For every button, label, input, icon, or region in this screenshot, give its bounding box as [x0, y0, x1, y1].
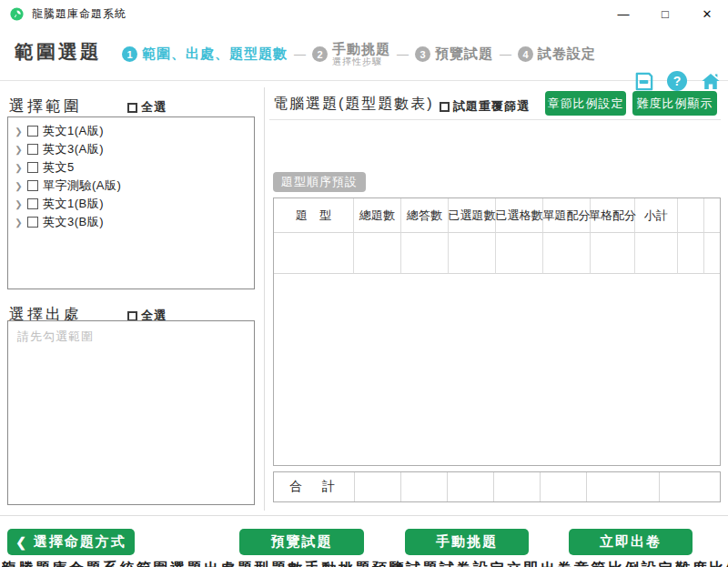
tree-item-checkbox[interactable]	[27, 126, 38, 137]
tree-item-label: 英文5	[43, 159, 75, 176]
question-type-table: 題 型 總題數 總答數 已選題數 已選格數 單題配分 單格配分 小計	[273, 197, 721, 466]
total-cell	[493, 472, 540, 501]
cell-subtotal[interactable]	[635, 233, 678, 274]
tree-item-label: 單字測驗(A版)	[43, 177, 121, 194]
range-section-title: 選擇範圍	[9, 96, 82, 116]
cell-selected-blanks[interactable]	[496, 233, 543, 274]
computer-pick-title: 電腦選題(題型題數表)	[273, 95, 434, 114]
tree-item-checkbox[interactable]	[27, 180, 38, 191]
titlebar: 龍騰題庫命題系統 — □ ✕	[0, 0, 728, 27]
step-1-label: 範圍、出處、題型題數	[142, 46, 288, 63]
col-header-selected-blanks: 已選格數	[496, 198, 543, 233]
window-title: 龍騰題庫命題系統	[32, 6, 126, 22]
step-1-range[interactable]: 1 範圍、出處、題型題數	[122, 46, 288, 63]
cell-points-per-question[interactable]	[543, 233, 591, 274]
col-header-points-per-question: 單題配分	[543, 198, 591, 233]
window-controls: — □ ✕	[602, 0, 728, 27]
back-to-mode-button[interactable]: ❮ 選擇命題方式	[7, 529, 135, 555]
save-icon	[633, 71, 654, 92]
step-2-sublabel: 選擇性步驟	[332, 56, 390, 67]
total-cell	[354, 472, 400, 501]
cell-total-answers[interactable]	[401, 233, 449, 274]
duplicate-filter[interactable]: 試題重覆篩選	[440, 98, 530, 115]
step-3-label: 預覽試題	[435, 46, 493, 63]
tree-item[interactable]: ❯ 英文3(B版)	[8, 213, 254, 231]
step-2-manual-pick[interactable]: 2 手動挑題 選擇性步驟	[312, 41, 390, 67]
cell-type[interactable]	[274, 233, 354, 274]
duplicate-filter-checkbox[interactable]	[440, 102, 450, 112]
col-header-points-per-blank: 單格配分	[591, 198, 635, 233]
chapter-ratio-button[interactable]: 章節比例設定	[545, 91, 626, 116]
background-window-clipped-text: 龍騰題庫命題系統範圍選題出處題型題數手動挑題預覽試題試卷設定立即出卷章節比例設定…	[2, 560, 728, 567]
cell-selected-questions[interactable]	[449, 233, 496, 274]
step-2-label: 手動挑題	[332, 41, 390, 56]
total-label: 合 計	[274, 472, 354, 501]
source-list-box: 請先勾選範圍	[7, 320, 255, 505]
expand-chevron-icon[interactable]: ❯	[15, 145, 23, 155]
table-header-row: 題 型 總題數 總答數 已選題數 已選格數 單題配分 單格配分 小計	[274, 198, 720, 233]
tree-item-checkbox[interactable]	[27, 144, 38, 155]
step-3-preview[interactable]: 3 預覽試題	[415, 46, 493, 63]
cell-empty	[704, 233, 720, 274]
save-button[interactable]	[632, 70, 654, 92]
tree-item[interactable]: ❯ 單字測驗(A版)	[8, 177, 254, 195]
cell-empty	[678, 233, 704, 274]
cell-points-per-blank[interactable]	[591, 233, 635, 274]
preview-questions-button[interactable]: 預覽試題	[239, 529, 364, 555]
expand-chevron-icon[interactable]: ❯	[15, 127, 23, 137]
step-4-paper-settings[interactable]: 4 試卷設定	[518, 46, 596, 63]
col-header-empty	[704, 198, 720, 233]
step-1-badge: 1	[122, 46, 137, 62]
minimize-button[interactable]: —	[602, 0, 644, 27]
back-button-label: 選擇命題方式	[34, 533, 126, 551]
range-select-all-label: 全選	[141, 99, 167, 116]
header-actions: ?	[632, 70, 722, 92]
difficulty-ratio-button[interactable]: 難度比例顯示	[632, 91, 717, 116]
tree-item-checkbox[interactable]	[27, 217, 38, 228]
help-button[interactable]: ?	[666, 70, 688, 92]
type-order-preset-button[interactable]: 題型順序預設	[273, 172, 366, 192]
step-separator: —	[397, 47, 409, 61]
step-2-badge: 2	[312, 46, 328, 62]
page-header: 範圍選題 1 範圍、出處、題型題數 — 2 手動挑題 選擇性步驟 — 3 預覽試…	[0, 27, 728, 81]
tree-item[interactable]: ❯ 英文5	[8, 158, 254, 177]
expand-chevron-icon[interactable]: ❯	[15, 163, 23, 173]
expand-chevron-icon[interactable]: ❯	[15, 181, 23, 191]
total-cell	[586, 472, 659, 501]
back-arrow-icon: ❮	[15, 535, 28, 550]
range-tree: ❯ 英文1(A版) ❯ 英文3(A版) ❯ 英文5 ❯ 單字測驗(A版) ❯ 英…	[7, 116, 255, 289]
expand-chevron-icon[interactable]: ❯	[15, 218, 23, 228]
manual-pick-button[interactable]: 手動挑題	[405, 529, 529, 555]
tree-item[interactable]: ❯ 英文1(B版)	[8, 195, 254, 213]
step-4-label: 試卷設定	[538, 46, 596, 63]
generate-paper-button[interactable]: 立即出卷	[569, 529, 693, 555]
col-header-empty	[678, 198, 704, 233]
source-select-all-checkbox[interactable]	[127, 311, 137, 321]
tree-item[interactable]: ❯ 英文3(A版)	[8, 140, 254, 158]
tree-item-label: 英文1(B版)	[43, 196, 104, 212]
total-cell	[447, 472, 493, 501]
table-row	[274, 233, 720, 274]
range-select-all[interactable]: 全選	[127, 99, 167, 116]
home-button[interactable]	[700, 70, 722, 92]
panel-divider	[264, 87, 265, 511]
duplicate-filter-label: 試題重覆篩選	[453, 98, 530, 115]
close-button[interactable]: ✕	[686, 0, 728, 27]
maximize-button[interactable]: □	[644, 0, 686, 27]
tree-item-checkbox[interactable]	[27, 198, 38, 209]
tree-item[interactable]: ❯ 英文1(A版)	[8, 122, 254, 140]
total-row: 合 計	[273, 471, 721, 502]
col-header-type: 題 型	[274, 198, 354, 233]
cell-total-questions-input[interactable]	[354, 233, 401, 274]
tree-item-label: 英文3(B版)	[43, 214, 104, 230]
range-select-all-checkbox[interactable]	[127, 103, 137, 113]
expand-chevron-icon[interactable]: ❯	[15, 199, 23, 209]
col-header-total-answers: 總答數	[401, 198, 449, 233]
section-divider	[269, 119, 721, 120]
total-cell	[400, 472, 447, 501]
tree-item-checkbox[interactable]	[27, 162, 38, 173]
source-placeholder: 請先勾選範圍	[17, 329, 94, 343]
wizard-steps: 1 範圍、出處、題型題數 — 2 手動挑題 選擇性步驟 — 3 預覽試題 — 4…	[122, 27, 596, 81]
app-window: 龍騰題庫命題系統 — □ ✕ 範圍選題 1 範圍、出處、題型題數 — 2 手動挑…	[0, 0, 728, 567]
col-header-selected-questions: 已選題數	[449, 198, 496, 233]
